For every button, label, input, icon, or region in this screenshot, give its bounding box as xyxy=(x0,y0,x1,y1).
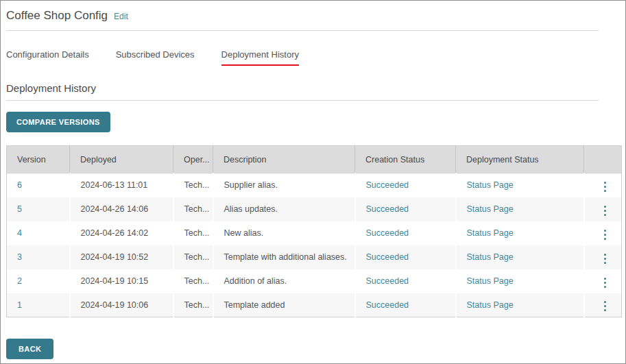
deployed-cell: 2024-04-19 10:06 xyxy=(70,293,173,317)
deployed-cell: 2024-04-19 10:15 xyxy=(70,269,173,293)
column-header-version: Version xyxy=(7,146,70,173)
deployment-status-link[interactable]: Status Page xyxy=(467,276,514,286)
back-button[interactable]: BACK xyxy=(6,339,53,359)
creation-status-text: Succeeded xyxy=(366,180,409,190)
row-menu-kebab-icon[interactable] xyxy=(600,275,610,291)
description-cell: Addition of alias. xyxy=(213,269,355,293)
creation-status-text: Succeeded xyxy=(366,252,409,262)
deployed-cell: 2024-04-26 14:02 xyxy=(70,221,173,245)
operator-cell: Tech... xyxy=(173,269,213,293)
deployed-cell: 2024-06-13 11:01 xyxy=(70,173,173,197)
deployment-history-table: Version Deployed Oper... Description Cre… xyxy=(6,145,622,317)
deployment-status-link[interactable]: Status Page xyxy=(467,252,514,262)
deployed-cell: 2024-04-26 14:06 xyxy=(70,197,173,221)
operator-cell: Tech... xyxy=(173,221,213,245)
row-menu-kebab-icon[interactable] xyxy=(600,298,610,314)
description-cell: Alias updates. xyxy=(213,197,355,221)
tab-deployment-history[interactable]: Deployment History xyxy=(221,49,299,66)
section-divider xyxy=(6,100,599,101)
tab-subscribed-devices[interactable]: Subscribed Devices xyxy=(116,49,195,66)
version-link[interactable]: 2 xyxy=(17,276,22,286)
deployment-status-link[interactable]: Status Page xyxy=(467,204,514,214)
tab-configuration-details[interactable]: Configuration Details xyxy=(6,49,89,66)
column-header-deployed: Deployed xyxy=(70,146,173,173)
table-row: 5 2024-04-26 14:06 Tech... Alias updates… xyxy=(7,197,622,221)
row-menu-kebab-icon[interactable] xyxy=(600,251,610,267)
table-row: 6 2024-06-13 11:01 Tech... Supplier alia… xyxy=(7,173,622,197)
column-header-deployment-status: Deployment Status xyxy=(456,146,584,173)
tab-bar: Configuration Details Subscribed Devices… xyxy=(6,49,620,66)
title-divider xyxy=(6,30,599,31)
description-cell: Template added xyxy=(213,293,355,317)
operator-cell: Tech... xyxy=(173,173,213,197)
version-link[interactable]: 4 xyxy=(17,228,22,238)
column-header-description: Description xyxy=(213,146,355,173)
row-menu-kebab-icon[interactable] xyxy=(600,203,610,219)
deployed-cell: 2024-04-19 10:52 xyxy=(70,245,173,269)
description-cell: Supplier alias. xyxy=(213,173,355,197)
table-row: 1 2024-04-19 10:06 Tech... Template adde… xyxy=(7,293,622,317)
version-link[interactable]: 3 xyxy=(17,252,22,262)
deployment-status-link[interactable]: Status Page xyxy=(467,180,514,190)
creation-status-text: Succeeded xyxy=(366,300,409,310)
operator-cell: Tech... xyxy=(173,293,213,317)
compare-versions-button[interactable]: COMPARE VERSIONS xyxy=(6,112,110,132)
version-link[interactable]: 1 xyxy=(17,300,22,310)
column-header-actions xyxy=(584,146,622,173)
column-header-operator: Oper... xyxy=(173,146,213,173)
table-header: Version Deployed Oper... Description Cre… xyxy=(7,146,622,173)
version-link[interactable]: 6 xyxy=(17,180,22,190)
deployment-status-link[interactable]: Status Page xyxy=(467,228,514,238)
operator-cell: Tech... xyxy=(173,245,213,269)
creation-status-text: Succeeded xyxy=(366,204,409,214)
page-title: Coffee Shop Config xyxy=(6,9,108,23)
edit-link[interactable]: Edit xyxy=(114,12,128,21)
operator-cell: Tech... xyxy=(173,197,213,221)
deployment-status-link[interactable]: Status Page xyxy=(467,300,514,310)
row-menu-kebab-icon[interactable] xyxy=(600,227,610,243)
description-cell: New alias. xyxy=(213,221,355,245)
section-title: Deployment History xyxy=(6,82,620,94)
description-cell: Template with additional aliases. xyxy=(213,245,355,269)
table-row: 2 2024-04-19 10:15 Tech... Addition of a… xyxy=(7,269,622,293)
table-row: 3 2024-04-19 10:52 Tech... Template with… xyxy=(7,245,622,269)
page: Coffee Shop Config Edit Configuration De… xyxy=(0,0,626,364)
row-menu-kebab-icon[interactable] xyxy=(600,179,610,195)
table-body: 6 2024-06-13 11:01 Tech... Supplier alia… xyxy=(7,173,622,317)
creation-status-text: Succeeded xyxy=(366,228,409,238)
title-row: Coffee Shop Config Edit xyxy=(6,9,620,23)
creation-status-text: Succeeded xyxy=(366,276,409,286)
version-link[interactable]: 5 xyxy=(17,204,22,214)
table-row: 4 2024-04-26 14:02 Tech... New alias. Su… xyxy=(7,221,622,245)
column-header-creation-status: Creation Status xyxy=(355,146,456,173)
